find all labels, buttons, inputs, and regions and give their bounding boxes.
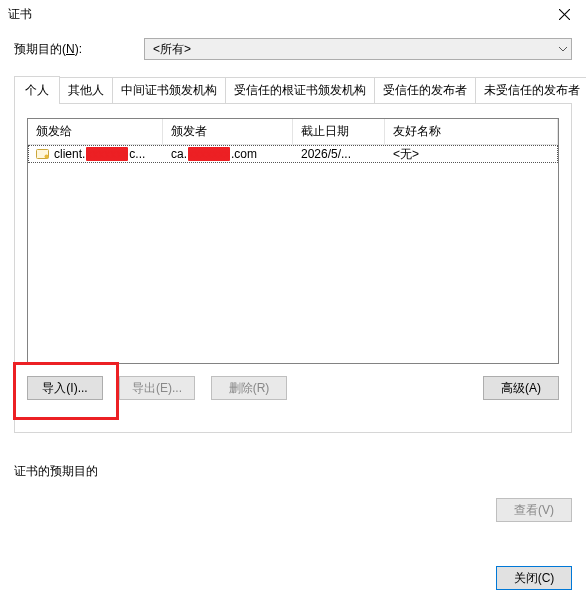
close-icon	[559, 9, 570, 20]
tab-0[interactable]: 个人	[14, 76, 60, 104]
column-header-issuer[interactable]: 颁发者	[163, 119, 293, 144]
cert-action-row: 导入(I)... 导出(E)... 删除(R) 高级(A)	[27, 376, 559, 400]
column-header-issued-to[interactable]: 颁发给	[28, 119, 163, 144]
column-header-friendly[interactable]: 友好名称	[385, 119, 558, 144]
cert-purposes-label: 证书的预期目的	[14, 463, 572, 480]
tab-strip: 个人其他人中间证书颁发机构受信任的根证书颁发机构受信任的发布者未受信任的发布者	[14, 76, 572, 103]
svg-point-3	[45, 155, 49, 159]
cell-issued-to: client.xxxxxxxc...	[28, 147, 163, 161]
window-title: 证书	[8, 6, 32, 23]
chevron-down-icon	[558, 45, 567, 54]
cell-expires: 2026/5/...	[293, 147, 385, 161]
view-button: 查看(V)	[496, 498, 572, 522]
close-button[interactable]: 关闭(C)	[496, 566, 572, 590]
certificate-listview[interactable]: 颁发给 颁发者 截止日期 友好名称 client.xxxxxxxc... ca	[27, 118, 559, 364]
listview-header: 颁发给 颁发者 截止日期 友好名称	[28, 119, 558, 145]
intended-purpose-select[interactable]: <所有>	[144, 38, 572, 60]
tab-panel-personal: 颁发给 颁发者 截止日期 友好名称 client.xxxxxxxc... ca	[14, 103, 572, 433]
column-header-expires[interactable]: 截止日期	[293, 119, 385, 144]
delete-button: 删除(R)	[211, 376, 287, 400]
certificates-dialog: 证书 预期目的(N): <所有> 个人其他人中间证书颁发机构受信任的根证书颁发机…	[0, 0, 586, 592]
window-close-button[interactable]	[544, 1, 584, 27]
intended-purpose-label: 预期目的(N):	[14, 41, 144, 58]
titlebar: 证书	[0, 0, 586, 28]
table-row[interactable]: client.xxxxxxxc... ca.xxxxxxx.com 2026/5…	[28, 145, 558, 163]
tab-3[interactable]: 受信任的根证书颁发机构	[225, 77, 375, 103]
cell-friendly: <无>	[385, 146, 558, 163]
cell-issuer: ca.xxxxxxx.com	[163, 147, 293, 161]
import-button[interactable]: 导入(I)...	[27, 376, 103, 400]
tab-2[interactable]: 中间证书颁发机构	[112, 77, 226, 103]
certificate-icon	[36, 148, 50, 160]
export-button: 导出(E)...	[119, 376, 195, 400]
tab-1[interactable]: 其他人	[59, 77, 113, 103]
intended-purpose-row: 预期目的(N): <所有>	[14, 38, 572, 60]
cert-purposes-section: 证书的预期目的 查看(V)	[14, 463, 572, 522]
advanced-button[interactable]: 高级(A)	[483, 376, 559, 400]
dialog-close-row: 关闭(C)	[14, 566, 572, 590]
tab-5[interactable]: 未受信任的发布者	[475, 77, 586, 103]
intended-purpose-value: <所有>	[153, 41, 191, 58]
tab-4[interactable]: 受信任的发布者	[374, 77, 476, 103]
